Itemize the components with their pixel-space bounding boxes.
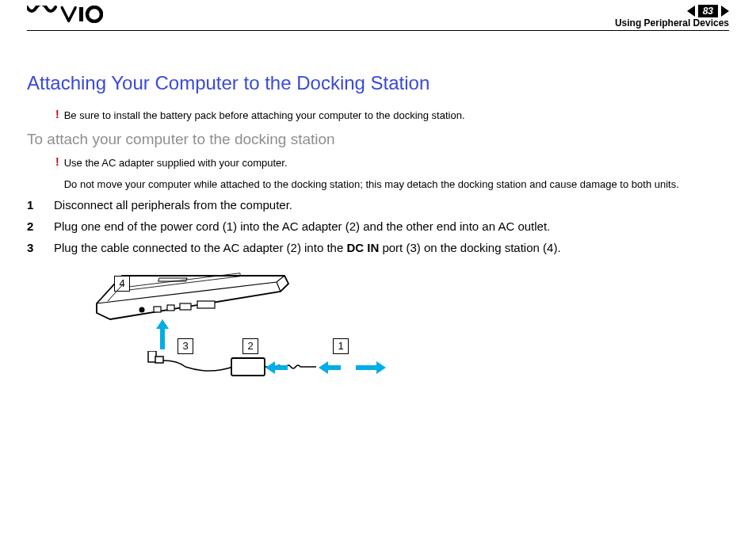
svg-rect-8 — [180, 303, 191, 310]
page-number: 83 — [698, 5, 718, 17]
step-item: 3 Plug the cable connected to the AC ada… — [27, 239, 729, 256]
warning-text: Use the AC adapter supplied with your co… — [64, 156, 729, 170]
step-text: Plug the cable connected to the AC adapt… — [54, 239, 561, 256]
step-item: 1 Disconnect all peripherals from the co… — [27, 196, 729, 213]
svg-rect-13 — [231, 358, 265, 376]
cable-illustration — [146, 351, 344, 383]
svg-line-10 — [108, 284, 124, 301]
callout-line — [103, 284, 127, 307]
callout-1: 1 — [333, 338, 349, 354]
svg-point-5 — [139, 307, 145, 312]
svg-rect-0 — [79, 7, 83, 21]
page-title: Attaching Your Computer to the Docking S… — [27, 72, 729, 94]
warning-text: Be sure to install the battery pack befo… — [64, 109, 729, 123]
arrow-left-1 — [319, 361, 341, 374]
callout-2: 2 — [242, 338, 258, 354]
svg-rect-7 — [167, 305, 174, 311]
step-text: Plug one end of the power cord (1) into … — [54, 218, 550, 235]
step-number: 2 — [27, 218, 43, 235]
next-page-icon[interactable] — [721, 6, 729, 17]
prev-page-icon[interactable] — [687, 6, 695, 17]
dock-diagram: 4 3 2 — [67, 272, 399, 406]
arrow-up-3 — [156, 319, 169, 349]
warning-1: ! Be sure to install the battery pack be… — [55, 109, 729, 123]
page-content: Attaching Your Computer to the Docking S… — [27, 31, 729, 406]
page-nav: 83 — [687, 5, 729, 17]
svg-point-1 — [87, 7, 101, 21]
steps-list: 1 Disconnect all peripherals from the co… — [27, 196, 729, 256]
arrow-left-2 — [265, 361, 288, 374]
svg-rect-6 — [154, 307, 161, 312]
svg-rect-9 — [197, 301, 215, 308]
step-number: 3 — [27, 239, 43, 256]
arrow-right-out — [356, 361, 386, 374]
vaio-logo-svg — [27, 6, 103, 23]
breadcrumb: Using Peripheral Devices — [615, 17, 729, 29]
step-number: 1 — [27, 196, 43, 213]
vaio-logo — [27, 6, 103, 28]
step-text: Disconnect all peripherals from the comp… — [54, 196, 292, 213]
page-header: 83 Using Peripheral Devices — [27, 0, 729, 31]
step-item: 2 Plug one end of the power cord (1) int… — [27, 218, 729, 235]
section-subtitle: To attach your computer to the docking s… — [27, 131, 729, 148]
svg-rect-12 — [155, 357, 163, 363]
warning-icon: ! — [55, 109, 59, 120]
warning-text: Do not move your computer while attached… — [64, 177, 729, 192]
manual-page: 83 Using Peripheral Devices Attaching Yo… — [0, 0, 756, 534]
warning-icon: ! — [55, 156, 59, 167]
warning-2: ! Use the AC adapter supplied with your … — [55, 156, 729, 192]
